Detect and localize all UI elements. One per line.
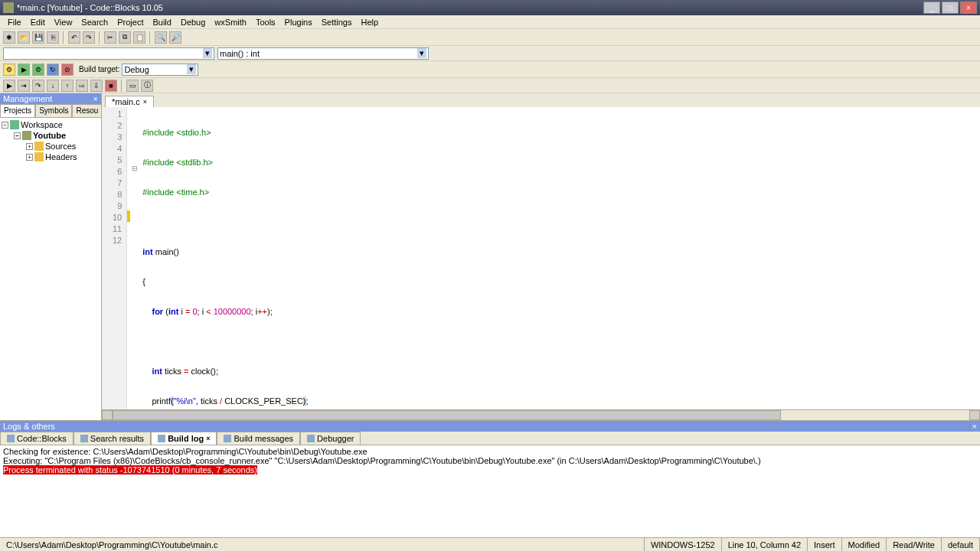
menu-file[interactable]: File xyxy=(3,16,26,28)
debug-windows-icon[interactable]: ▭ xyxy=(126,80,139,92)
log-icon xyxy=(7,435,15,442)
cut-icon[interactable]: ✂ xyxy=(104,31,116,44)
tree-project[interactable]: −Youtube xyxy=(14,130,100,141)
folder-icon xyxy=(34,142,44,151)
collapse-icon[interactable]: − xyxy=(14,132,21,139)
scroll-thumb[interactable] xyxy=(113,410,781,420)
project-tree: −Workspace −Youtube +Sources +Headers xyxy=(0,118,101,420)
tab-codeblocks[interactable]: Code::Blocks xyxy=(0,432,74,445)
new-file-icon[interactable]: ✱ xyxy=(3,31,15,44)
code-content[interactable]: #include <stdio.h> #include <stdlib.h> #… xyxy=(139,107,311,409)
project-icon xyxy=(22,131,31,140)
debug-toolbar: ▶ ⇥ ↷ ↓ ↑ ⇨ ⇩ ■ ▭ ⓘ xyxy=(0,78,980,93)
step-out-icon[interactable]: ↑ xyxy=(61,80,74,92)
tab-resources[interactable]: Resou xyxy=(72,104,101,117)
chevron-down-icon: ▾ xyxy=(187,64,196,74)
close-tab-icon[interactable]: × xyxy=(143,98,147,106)
status-insert: Insert xyxy=(808,538,842,551)
tree-workspace[interactable]: −Workspace xyxy=(2,119,100,130)
tab-build-messages[interactable]: Build messages xyxy=(217,432,300,445)
build-icon[interactable]: ⚙ xyxy=(3,64,15,76)
close-button[interactable]: × xyxy=(960,2,977,14)
editor-tab-main[interactable]: *main.c× xyxy=(105,96,154,107)
step-instr-icon[interactable]: ⇩ xyxy=(90,80,103,92)
close-icon[interactable]: × xyxy=(93,94,98,103)
close-tab-icon[interactable]: × xyxy=(206,435,210,442)
code-editor[interactable]: 123456789101112 ⊟ #include <stdio.h> #in… xyxy=(102,107,980,409)
logs-title: Logs & others× xyxy=(0,421,980,432)
bottom-panel: Logs & others× Code::Blocks Search resul… xyxy=(0,420,980,537)
tab-build-log[interactable]: Build log× xyxy=(151,432,217,445)
scope-combo-1[interactable]: ▾ xyxy=(3,47,214,60)
sidebar: Management× Projects Symbols Resou −Work… xyxy=(0,93,102,420)
fold-margin[interactable]: ⊟ xyxy=(130,107,139,409)
stop-debug-icon[interactable]: ■ xyxy=(105,80,117,92)
build-toolbar: ⚙ ▶ ⚙ ↻ ⊘ Build target: Debug▾ xyxy=(0,61,980,78)
status-readwrite: Read/Write xyxy=(887,538,942,551)
find-icon[interactable]: 🔍 xyxy=(155,31,167,44)
menu-debug[interactable]: Debug xyxy=(176,16,210,28)
chevron-down-icon: ▾ xyxy=(417,48,426,58)
rebuild-icon[interactable]: ↻ xyxy=(47,64,59,76)
debug-continue-icon[interactable]: ▶ xyxy=(3,80,15,92)
separator xyxy=(149,31,151,44)
next-instr-icon[interactable]: ⇨ xyxy=(76,80,88,92)
messages-icon xyxy=(224,435,231,442)
run-to-cursor-icon[interactable]: ⇥ xyxy=(18,80,30,92)
editor-area: *main.c× 123456789101112 ⊟ #include <std… xyxy=(102,93,980,420)
next-line-icon[interactable]: ↷ xyxy=(32,80,44,92)
sidebar-title: Management× xyxy=(0,93,101,104)
status-modified: Modified xyxy=(842,538,887,551)
save-icon[interactable]: 💾 xyxy=(32,31,44,44)
menu-settings[interactable]: Settings xyxy=(317,16,357,28)
tab-symbols[interactable]: Symbols xyxy=(35,104,72,117)
save-all-icon[interactable]: ⎘ xyxy=(47,31,59,44)
separator xyxy=(63,31,64,44)
open-icon[interactable]: 📂 xyxy=(18,31,30,44)
scope-combo-2[interactable]: main() : int▾ xyxy=(217,47,429,60)
scroll-left-icon[interactable] xyxy=(102,410,113,420)
build-icon xyxy=(158,435,165,442)
tree-sources[interactable]: +Sources xyxy=(26,141,100,152)
tree-headers[interactable]: +Headers xyxy=(26,152,100,162)
info-icon[interactable]: ⓘ xyxy=(141,80,153,92)
expand-icon[interactable]: + xyxy=(26,154,33,161)
tab-search-results[interactable]: Search results xyxy=(74,432,151,445)
undo-icon[interactable]: ↶ xyxy=(68,31,80,44)
replace-icon[interactable]: 🔎 xyxy=(169,31,181,44)
menu-project[interactable]: Project xyxy=(113,16,148,28)
main-toolbar: ✱ 📂 💾 ⎘ ↶ ↷ ✂ ⧉ 📋 🔍 🔎 xyxy=(0,29,980,46)
minimize-button[interactable]: _ xyxy=(923,2,940,14)
maximize-button[interactable]: □ xyxy=(942,2,959,14)
status-encoding: WINDOWS-1252 xyxy=(645,538,722,551)
menu-view[interactable]: View xyxy=(50,16,77,28)
app-icon xyxy=(3,2,14,13)
separator xyxy=(121,80,122,92)
line-gutter: 123456789101112 xyxy=(102,107,127,409)
build-log-output[interactable]: Checking for existence: C:\Users\Adam\De… xyxy=(0,445,980,537)
menu-edit[interactable]: Edit xyxy=(26,16,50,28)
folder-icon xyxy=(34,152,44,161)
paste-icon[interactable]: 📋 xyxy=(133,31,145,44)
collapse-icon[interactable]: − xyxy=(2,122,8,129)
redo-icon[interactable]: ↷ xyxy=(83,31,95,44)
build-target-combo[interactable]: Debug▾ xyxy=(122,64,198,76)
menu-help[interactable]: Help xyxy=(356,16,383,28)
close-icon[interactable]: × xyxy=(972,422,977,431)
step-into-icon[interactable]: ↓ xyxy=(47,80,59,92)
scroll-right-icon[interactable] xyxy=(969,410,980,420)
editor-hscroll[interactable] xyxy=(102,409,980,420)
menu-search[interactable]: Search xyxy=(77,16,113,28)
expand-icon[interactable]: + xyxy=(26,143,33,150)
menu-build[interactable]: Build xyxy=(148,16,175,28)
status-position: Line 10, Column 42 xyxy=(722,538,808,551)
run-icon[interactable]: ▶ xyxy=(18,64,30,76)
build-run-icon[interactable]: ⚙ xyxy=(32,64,44,76)
abort-icon[interactable]: ⊘ xyxy=(61,64,74,76)
tab-debugger[interactable]: Debugger xyxy=(300,432,361,445)
menu-plugins[interactable]: Plugins xyxy=(280,16,317,28)
tab-projects[interactable]: Projects xyxy=(0,104,35,117)
copy-icon[interactable]: ⧉ xyxy=(119,31,131,44)
menu-tools[interactable]: Tools xyxy=(251,16,280,28)
menu-wxsmith[interactable]: wxSmith xyxy=(210,16,251,28)
